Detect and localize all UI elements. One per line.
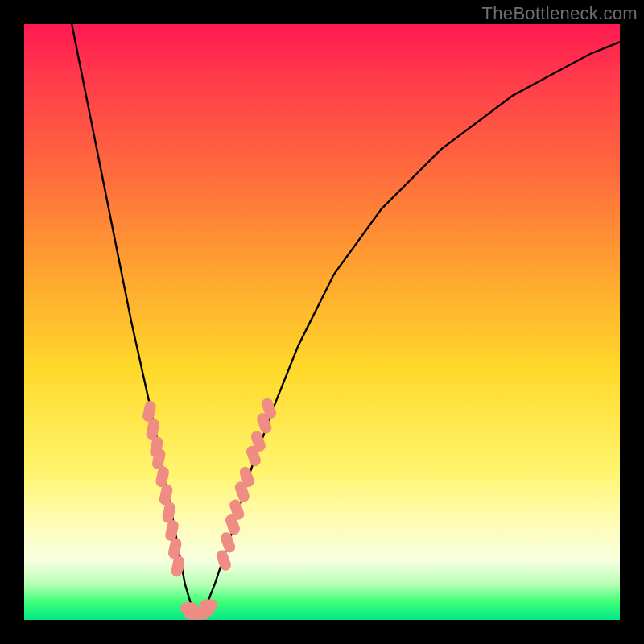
- plot-area: [24, 24, 620, 620]
- chart-frame: TheBottleneck.com: [0, 0, 644, 644]
- bottleneck-curve-svg: [24, 24, 620, 620]
- watermark-text: TheBottleneck.com: [482, 3, 638, 24]
- bottleneck-curve: [72, 24, 620, 614]
- svg-rect-15: [200, 600, 217, 611]
- data-markers: [142, 397, 278, 620]
